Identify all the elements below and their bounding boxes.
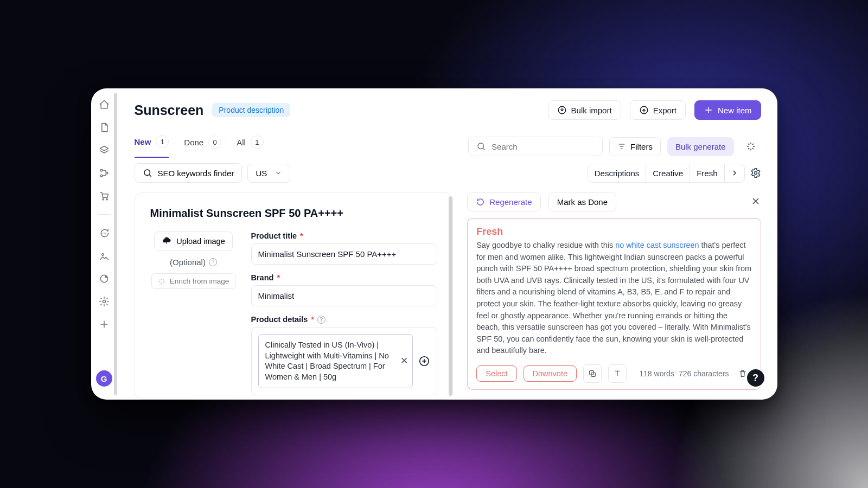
home-icon[interactable] (99, 99, 110, 110)
copy-button[interactable] (583, 364, 602, 383)
optional-label: (Optional)? (170, 258, 217, 267)
product-form-card: Minimalist Sunscreen SPF 50 PA++++ Uploa… (135, 192, 454, 400)
plus-icon (704, 105, 713, 115)
style-chip-group: Descriptions Creative Fresh (588, 164, 745, 183)
svg-point-5 (101, 254, 103, 255)
main-panel: Sunscreen Product description Bulk impor… (117, 88, 777, 400)
app-window: G Sunscreen Product description Bulk imp… (91, 88, 777, 400)
chevron-right-icon (730, 169, 739, 177)
product-details-chip[interactable]: Clinically Tested in US (In-Vivo) | Ligh… (258, 334, 413, 388)
cart-icon[interactable] (99, 190, 110, 201)
add-detail-icon[interactable] (418, 355, 430, 367)
chip-next-button[interactable] (725, 164, 744, 182)
word-count: 118 words (639, 369, 674, 378)
chip-creative[interactable]: Creative (646, 164, 690, 182)
refresh-icon (476, 197, 485, 207)
category-chip[interactable]: Product description (212, 103, 290, 117)
search-field[interactable] (468, 137, 603, 156)
plus-icon[interactable] (99, 319, 110, 330)
cloud-upload-icon (162, 236, 171, 246)
product-title-label: Product title * (251, 232, 438, 240)
user-avatar[interactable]: G (96, 370, 112, 387)
status-tabs: New1 Done0 All1 (135, 135, 264, 158)
svg-point-11 (478, 143, 484, 149)
search-icon (476, 142, 486, 151)
document-icon[interactable] (99, 122, 110, 133)
new-item-button[interactable]: New item (694, 100, 761, 120)
close-output-button[interactable] (750, 196, 761, 209)
droplet-icon[interactable] (99, 273, 110, 284)
sparkle-icon (158, 278, 165, 285)
branch-icon[interactable] (99, 168, 110, 178)
mark-done-button[interactable]: Mark as Done (548, 192, 616, 211)
output-header: Regenerate Mark as Done (467, 192, 761, 211)
page-header: Sunscreen Product description Bulk impor… (135, 100, 761, 120)
seo-keywords-button[interactable]: SEO keywords finder (135, 163, 242, 183)
chat-icon[interactable] (99, 228, 110, 239)
tab-all[interactable]: All1 (237, 135, 264, 158)
item-heading: Minimalist Sunscreen SPF 50 PA++++ (150, 207, 438, 220)
svg-point-13 (754, 172, 757, 175)
layers-icon[interactable] (99, 145, 110, 156)
country-select[interactable]: US (247, 164, 290, 183)
svg-point-4 (106, 199, 107, 200)
bulk-generate-button[interactable]: Bulk generate (667, 137, 734, 156)
import-icon (557, 105, 567, 115)
search-icon (143, 168, 152, 178)
help-icon[interactable]: ? (209, 258, 217, 266)
help-icon[interactable]: ? (317, 316, 326, 324)
product-details-wrapper: Clinically Tested in US (In-Vivo) | Ligh… (251, 327, 438, 395)
chip-fresh[interactable]: Fresh (690, 164, 724, 182)
tab-done[interactable]: Done0 (184, 135, 221, 158)
copy-icon (588, 369, 597, 378)
svg-point-12 (144, 170, 150, 176)
gear-icon[interactable] (750, 168, 761, 178)
close-icon (750, 196, 761, 207)
sidebar: G (91, 88, 117, 400)
sidebar-scrollbar[interactable] (114, 93, 117, 395)
svg-point-7 (105, 276, 107, 278)
enrich-from-image-button[interactable]: Enrich from image (151, 273, 236, 289)
export-icon (639, 105, 649, 115)
image-icon[interactable] (99, 251, 110, 261)
svg-point-8 (103, 300, 105, 303)
output-body: Say goodbye to chalky residue with this … (476, 240, 751, 357)
text-icon (613, 369, 622, 378)
content-area: Minimalist Sunscreen SPF 50 PA++++ Uploa… (135, 192, 761, 400)
bulk-generate-spinner-icon (741, 136, 761, 157)
output-variant-title: Fresh (476, 226, 751, 237)
upload-image-button[interactable]: Upload image (154, 232, 232, 251)
search-input[interactable] (492, 142, 595, 151)
output-card-creative[interactable]: Creative (467, 399, 761, 400)
chip-descriptions[interactable]: Descriptions (588, 164, 646, 182)
char-count: 726 characters (679, 369, 729, 378)
product-details-label: Product details * ? (251, 315, 438, 324)
remove-detail-icon[interactable]: ✕ (400, 355, 408, 368)
toolbar-row: New1 Done0 All1 Filters Bulk generate (135, 135, 761, 158)
highlighted-keyword: no white cast sunscreen (615, 241, 699, 249)
image-column: Upload image (Optional)? Enrich from ima… (150, 232, 237, 395)
filter-row: SEO keywords finder US Descriptions Crea… (135, 163, 761, 183)
filter-icon (617, 142, 626, 151)
select-button[interactable]: Select (476, 365, 516, 382)
settings-icon[interactable] (99, 296, 110, 307)
sidebar-divider (98, 214, 111, 215)
downvote-button[interactable]: Downvote (524, 365, 577, 382)
output-card-fresh: Fresh Say goodbye to chalky residue with… (467, 218, 761, 390)
brand-label: Brand * (251, 273, 438, 282)
svg-point-3 (103, 199, 104, 200)
filters-button[interactable]: Filters (609, 137, 661, 156)
product-title-input[interactable] (251, 243, 438, 265)
help-fab[interactable]: ? (746, 368, 765, 388)
page-title: Sunscreen (135, 102, 204, 118)
regenerate-button[interactable]: Regenerate (467, 192, 540, 211)
chevron-down-icon (275, 169, 282, 177)
form-fields: Product title * Brand * Product details … (251, 232, 438, 395)
export-button[interactable]: Export (630, 100, 686, 120)
tab-new[interactable]: New1 (135, 135, 169, 158)
text-format-button[interactable] (608, 364, 627, 383)
brand-input[interactable] (251, 285, 438, 306)
bulk-import-button[interactable]: Bulk import (548, 100, 621, 120)
output-panel: Regenerate Mark as Done Fresh Say goodby… (467, 192, 761, 400)
output-footer: Select Downvote 118 words 726 characters (476, 364, 751, 383)
